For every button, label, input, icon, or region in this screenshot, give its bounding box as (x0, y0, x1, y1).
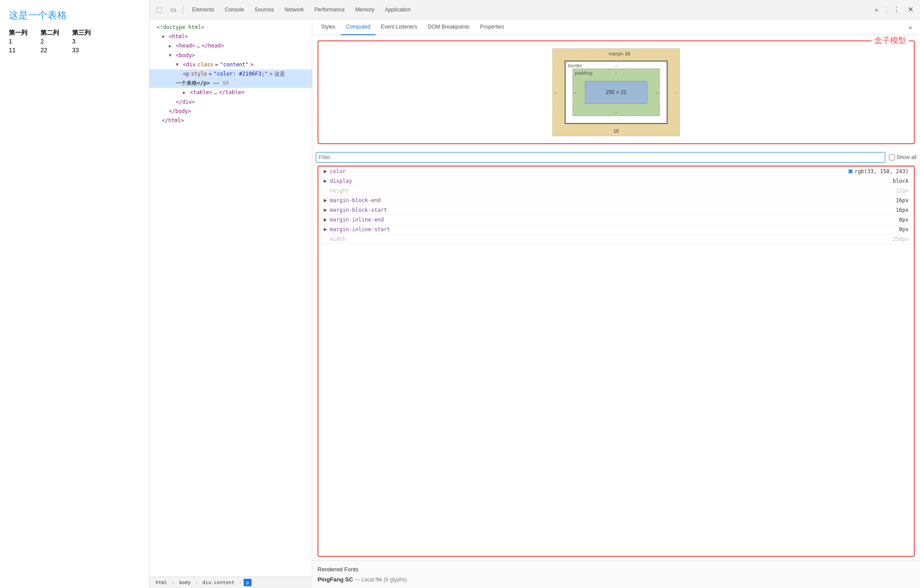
webpage-panel: 这是一个表格 第一列第二列第三列 123112233 (0, 0, 150, 588)
tab-properties[interactable]: Properties (475, 19, 509, 35)
html-line-html: <html> (150, 32, 312, 41)
css-prop-value: 0px (899, 226, 909, 232)
css-prop-value-text: block (893, 178, 909, 184)
devtools-close-button[interactable]: ✕ (904, 4, 916, 16)
table-row: 112233 (9, 46, 104, 54)
breadcrumb-active[interactable]: p (244, 579, 252, 586)
css-prop-name: margin-inline-end (330, 217, 899, 223)
css-prop-value-text: 16px (896, 197, 909, 203)
toolbar-tab-memory[interactable]: Memory (350, 0, 380, 19)
html-panel: <!doctype html> <html> <head>…</head> <b… (150, 19, 312, 577)
css-prop-expand-icon[interactable]: ▶ (324, 217, 330, 222)
tab-dom-breakpoints[interactable]: DOM Breakpoints (423, 19, 475, 35)
filter-row: Show all (312, 149, 920, 166)
table-cell: 1 (9, 37, 40, 46)
breadcrumb-html[interactable]: html (153, 579, 170, 586)
table-header: 第一列 (9, 29, 40, 37)
box-model-annotation: 盒子模型 (872, 35, 909, 46)
table-row: 123 (9, 37, 104, 46)
margin-value-left: - (555, 90, 557, 95)
panel-tabs: Styles Computed Event Listeners DOM Brea… (312, 19, 920, 35)
toolbar-tab-network[interactable]: Network (279, 0, 309, 19)
devtools-main: <!doctype html> <html> <head>…</head> <b… (150, 19, 920, 588)
margin-label: margin (609, 51, 624, 56)
show-all-label[interactable]: Show all (889, 154, 916, 160)
css-prop-value: block (893, 178, 909, 184)
padding-dash-right: - (656, 90, 658, 95)
toolbar-tab-application[interactable]: Application (380, 0, 416, 19)
show-all-checkbox[interactable] (889, 154, 895, 160)
css-prop-name: margin-block-end (330, 197, 896, 203)
margin-value-bottom: 16 (613, 128, 619, 134)
css-prop-value: 16px (896, 197, 909, 203)
css-prop-row[interactable]: ▶margin-block-start16px (318, 205, 914, 215)
css-prop-row[interactable]: width250px (318, 234, 914, 244)
css-prop-name: margin-inline-start (330, 226, 899, 232)
panel-more-button[interactable]: » (904, 21, 916, 33)
css-prop-value: 16px (896, 207, 909, 213)
webpage-title: 这是一个表格 (9, 9, 140, 22)
tab-computed[interactable]: Computed (341, 19, 376, 35)
css-prop-row[interactable]: ▶margin-block-end16px (318, 196, 914, 205)
triangle-table[interactable] (183, 89, 188, 96)
css-prop-value-text: 16px (896, 207, 909, 213)
css-prop-expand-icon[interactable]: ▶ (324, 198, 330, 203)
show-all-text: Show all (897, 154, 916, 160)
content-size: 250 × 22 (606, 89, 626, 95)
css-prop-expand-icon[interactable]: ▶ (324, 169, 330, 174)
html-line-close-html: </html> (150, 116, 312, 125)
css-prop-value: rgb(33, 150, 243) (848, 168, 909, 174)
triangle-head[interactable] (169, 43, 174, 50)
css-prop-expand-icon[interactable]: ▶ (324, 178, 330, 183)
toolbar-tab-elements[interactable]: Elements (187, 0, 219, 19)
triangle-html[interactable] (162, 33, 167, 40)
css-prop-row[interactable]: height22px (318, 186, 914, 196)
devtools-menu-button[interactable]: ⋮ (890, 4, 902, 16)
breadcrumb-div[interactable]: div.content (200, 579, 237, 586)
tab-styles[interactable]: Styles (316, 19, 341, 35)
html-line-table: <table>…</table> (150, 88, 312, 97)
font-name: PingFang SC (318, 576, 353, 583)
toolbar-tab-performance[interactable]: Performance (309, 0, 350, 19)
box-model-section: 盒子模型 margin 16 16 - - (318, 40, 915, 144)
device-tool-button[interactable]: ▭ (167, 4, 179, 16)
table-body: 123112233 (9, 37, 104, 54)
html-line-p-selected[interactable]: <p style="color: #2196F3;">这是 (150, 69, 312, 79)
table-header-row: 第一列第二列第三列 (9, 29, 104, 37)
color-swatch[interactable] (848, 169, 853, 174)
more-tabs-button[interactable]: » (870, 4, 883, 16)
css-prop-expand-icon[interactable]: ▶ (324, 207, 330, 212)
cursor-tool-button[interactable]: ⬚ (153, 4, 165, 16)
filter-input[interactable] (316, 152, 885, 163)
css-prop-value: 250px (893, 236, 909, 242)
css-prop-expand-icon[interactable]: ▶ (324, 227, 330, 232)
table-cell: 2 (40, 37, 72, 46)
toolbar-tabs: ElementsConsoleSourcesNetworkPerformance… (187, 0, 416, 19)
css-prop-name: width (330, 236, 893, 242)
html-line-div: <div class="content"> (150, 60, 312, 69)
box-diagram-outer: margin 16 16 - - border - (552, 48, 680, 136)
css-prop-row[interactable]: ▶displayblock (318, 176, 914, 186)
triangle-body[interactable] (169, 52, 174, 59)
css-prop-row[interactable]: ▶colorrgb(33, 150, 243) (318, 167, 914, 176)
table-cell: 22 (40, 46, 72, 54)
padding-dash-left: - (574, 90, 576, 95)
css-prop-row[interactable]: ▶margin-inline-end0px (318, 215, 914, 225)
toolbar-tab-sources[interactable]: Sources (249, 0, 279, 19)
css-prop-value-text: 22px (896, 188, 909, 194)
css-prop-name: color (330, 168, 848, 174)
tab-event-listeners[interactable]: Event Listeners (376, 19, 423, 35)
box-model-diagram: margin 16 16 - - border - (325, 48, 907, 136)
html-line-body: <body> (150, 51, 312, 60)
font-source: — Local file (6 glyphs) (355, 577, 407, 583)
padding-label: padding- (575, 70, 594, 76)
css-props-section: 计算后的CSS属性 ▶colorrgb(33, 150, 243)▶displa… (318, 166, 915, 557)
breadcrumb-body[interactable]: body (176, 579, 193, 586)
css-prop-name: margin-block-start (330, 207, 896, 213)
css-props-list: ▶colorrgb(33, 150, 243)▶displayblockheig… (318, 167, 914, 556)
css-prop-row[interactable]: ▶margin-inline-start0px (318, 225, 914, 234)
toolbar-tab-console[interactable]: Console (219, 0, 249, 19)
triangle-div[interactable] (176, 61, 181, 68)
css-prop-value-text: 0px (899, 217, 909, 223)
css-prop-value-text: 250px (893, 236, 909, 242)
